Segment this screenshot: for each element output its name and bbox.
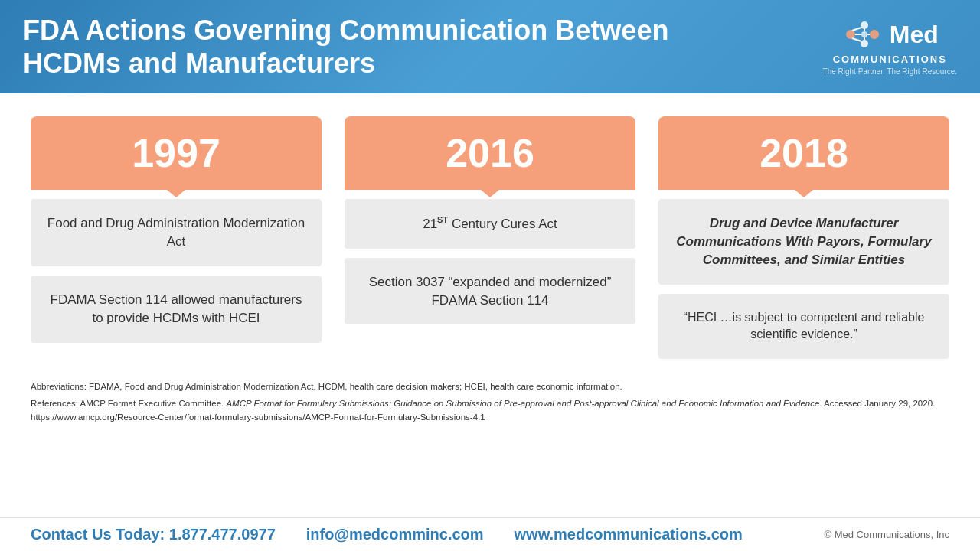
copyright-text: © Med Communications, Inc — [825, 529, 949, 540]
bottom-bar: Contact Us Today: 1.877.477.0977 info@me… — [0, 517, 980, 551]
info-box-2018-guidance-text: Drug and Device Manufacturer Communicati… — [676, 216, 931, 267]
column-1997: 1997 Food and Drug Administration Modern… — [31, 116, 322, 358]
footnotes-abbreviations: Abbreviations: FDAMA, Food and Drug Admi… — [31, 380, 949, 393]
year-2018: 2018 — [760, 131, 848, 175]
info-box-1997-section: FDAMA Section 114 allowed manufacturers … — [31, 276, 322, 343]
superscript-st: ST — [437, 215, 448, 224]
contact-phone: 1.877.477.0977 — [169, 526, 276, 543]
info-box-1997-act-text: Food and Drug Administration Modernizati… — [47, 216, 305, 249]
svg-line-9 — [852, 28, 861, 31]
footnotes-refs-label: References: — [31, 399, 80, 408]
logo-med-text: Med — [890, 21, 939, 49]
footnotes-references: References: AMCP Format Executive Commit… — [31, 397, 949, 425]
year-1997: 1997 — [132, 131, 220, 175]
year-badge-1997: 1997 — [31, 116, 322, 190]
logo: Med COMMUNICATIONS The Right Partner. Th… — [823, 18, 957, 76]
logo-top: Med — [841, 18, 939, 52]
info-box-2018-quote-text: “HECI …is subject to competent and relia… — [684, 311, 925, 341]
info-box-2018-quote: “HECI …is subject to competent and relia… — [658, 294, 949, 359]
svg-point-4 — [861, 31, 867, 37]
svg-point-2 — [870, 30, 879, 39]
molecule-icon — [841, 18, 884, 52]
info-box-1997-section-text: FDAMA Section 114 allowed manufacturers … — [51, 292, 302, 325]
footnotes-refs-title: AMCP Format for Formulary Submissions: G… — [226, 399, 819, 408]
column-2016: 2016 21ST Century Cures Act Section 3037… — [345, 116, 635, 358]
page-title: FDA Actions Governing Communication Betw… — [23, 14, 773, 80]
contact-website: www.medcommunications.com — [514, 526, 743, 543]
footnotes-refs-author: AMCP Format Executive Committee. — [80, 399, 227, 408]
info-box-1997-act: Food and Drug Administration Modernizati… — [31, 199, 322, 266]
footnotes: Abbreviations: FDAMA, Food and Drug Admi… — [31, 380, 949, 425]
svg-point-1 — [861, 21, 868, 29]
svg-point-0 — [846, 30, 855, 39]
contact-email: info@medcomminc.com — [306, 526, 484, 543]
info-box-2016-section-text: Section 3037 “expanded and modernized” F… — [369, 275, 612, 308]
logo-tagline-text: The Right Partner. The Right Resource. — [823, 67, 957, 76]
info-box-2016-section: Section 3037 “expanded and modernized” F… — [345, 258, 635, 325]
columns-container: 1997 Food and Drug Administration Modern… — [31, 116, 949, 358]
header: FDA Actions Governing Communication Betw… — [0, 0, 980, 93]
year-2016: 2016 — [446, 131, 534, 175]
contact-label: Contact Us Today: — [31, 526, 169, 543]
svg-line-10 — [852, 38, 861, 41]
main-content: 1997 Food and Drug Administration Modern… — [0, 93, 980, 366]
info-box-2016-act: 21ST Century Cures Act — [345, 199, 635, 248]
svg-point-3 — [861, 40, 868, 47]
logo-communications-text: COMMUNICATIONS — [833, 54, 947, 65]
contact-label-phone: Contact Us Today: 1.877.477.0977 — [31, 526, 276, 543]
column-2018: 2018 Drug and Device Manufacturer Commun… — [658, 116, 949, 358]
contact-info: Contact Us Today: 1.877.477.0977 info@me… — [31, 526, 743, 543]
year-badge-2016: 2016 — [345, 116, 635, 190]
info-box-2018-guidance: Drug and Device Manufacturer Communicati… — [658, 199, 949, 284]
info-box-2016-act-text: 21ST Century Cures Act — [423, 217, 557, 231]
year-badge-2018: 2018 — [658, 116, 949, 190]
